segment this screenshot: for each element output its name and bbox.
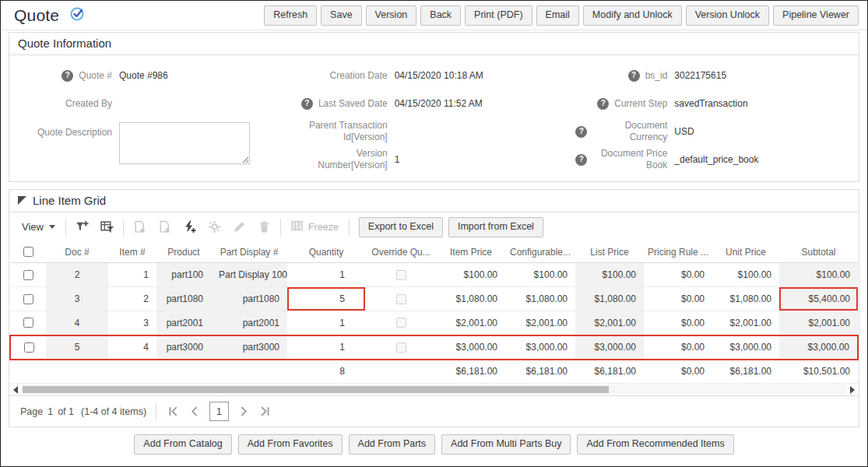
- quote-description-input[interactable]: [119, 122, 250, 164]
- cell-doc-number: 4: [46, 311, 108, 335]
- total-list-price: $6,181.00: [575, 360, 644, 384]
- col-subtotal[interactable]: Subtotal: [779, 242, 858, 263]
- select-all-checkbox[interactable]: [23, 247, 33, 257]
- export-to-excel-button[interactable]: Export to Excel: [359, 217, 443, 237]
- row-select-checkbox[interactable]: [23, 294, 33, 304]
- page-title: Quote: [14, 6, 59, 25]
- help-icon[interactable]: ?: [61, 70, 73, 82]
- scrollbar-track[interactable]: [21, 384, 847, 395]
- print-pdf-button[interactable]: Print (PDF): [465, 5, 532, 26]
- modify-and-unlock-button[interactable]: Modify and Unlock: [583, 5, 682, 26]
- import-from-excel-button[interactable]: Import from Excel: [448, 217, 543, 237]
- add-from-favorites-button[interactable]: Add From Favorites: [238, 434, 343, 455]
- cell-override-quantity[interactable]: [365, 263, 437, 287]
- col-product[interactable]: Product: [156, 242, 211, 263]
- help-icon[interactable]: ?: [575, 154, 587, 166]
- pipeline-viewer-button[interactable]: Pipeline Viewer: [773, 5, 859, 26]
- col-configurable[interactable]: Configurable...: [505, 242, 575, 263]
- cell-part-display: part1080: [211, 287, 287, 311]
- row-select-checkbox[interactable]: [23, 318, 33, 328]
- version-unlock-button[interactable]: Version Unlock: [686, 5, 769, 26]
- last-page-icon[interactable]: [258, 405, 272, 418]
- col-override-quantity[interactable]: Override Qu...: [365, 242, 437, 263]
- col-unit-price[interactable]: Unit Price: [712, 242, 779, 263]
- help-icon[interactable]: ?: [575, 126, 587, 138]
- help-icon[interactable]: ?: [301, 98, 313, 110]
- total-subtotal: $10,501.00: [779, 360, 858, 384]
- current-page-text: 1: [47, 406, 53, 417]
- refresh-button[interactable]: Refresh: [264, 5, 317, 26]
- add-from-multi-parts-buy-button[interactable]: Add From Multi Parts Buy: [441, 434, 571, 455]
- cell-item-price: $100.00: [437, 263, 505, 287]
- help-icon[interactable]: ?: [628, 70, 640, 82]
- cell-doc-number: 3: [46, 287, 108, 311]
- scroll-right-icon[interactable]: [847, 386, 858, 394]
- cell-list-price: $2,001.00: [575, 311, 644, 335]
- total-item-price: $6,181.00: [437, 360, 505, 384]
- cell-item-number: 3: [108, 311, 156, 335]
- view-dropdown[interactable]: View: [19, 219, 58, 234]
- row-select-checkbox[interactable]: [24, 342, 34, 353]
- cell-override-quantity[interactable]: [365, 335, 437, 360]
- col-pricing-rule[interactable]: Pricing Rule ...: [644, 242, 712, 263]
- row-select-checkbox[interactable]: [23, 270, 33, 280]
- cell-list-price: $3,000.00: [575, 335, 644, 360]
- add-from-recommended-items-button[interactable]: Add From Recommended Items: [577, 434, 733, 455]
- cell-list-price: $1,080.00: [575, 287, 644, 311]
- back-button[interactable]: Back: [420, 5, 461, 26]
- verified-check-icon: [69, 5, 86, 26]
- email-button[interactable]: Email: [536, 5, 579, 26]
- cell-unit-price: $2,001.00: [712, 311, 779, 335]
- add-from-catalog-button[interactable]: Add From Catalog: [134, 434, 231, 455]
- override-quantity-checkbox[interactable]: [396, 294, 406, 304]
- cell-quantity[interactable]: 1: [287, 263, 365, 287]
- previous-page-icon[interactable]: [188, 405, 202, 418]
- cell-quantity-highlighted[interactable]: 5: [287, 287, 365, 311]
- next-page-icon[interactable]: [236, 405, 251, 418]
- filter-add-icon[interactable]: [73, 219, 91, 235]
- field-current-step: ?Current Step savedTransaction: [575, 90, 859, 118]
- version-button[interactable]: Version: [366, 5, 417, 26]
- cell-override-quantity[interactable]: [365, 311, 437, 335]
- quote-info-column-3: ?bs_id 3022175615 ?Current Step savedTra…: [575, 61, 859, 174]
- quote-page: Quote Refresh Save Version Back Print (P…: [0, 0, 868, 467]
- table-row: 4 3 part2001 part2001 1 $2,001.00 $2,001…: [10, 311, 858, 335]
- page-number-input[interactable]: [209, 402, 229, 421]
- col-quantity[interactable]: Quantity: [287, 242, 365, 263]
- edit-pencil-icon: [230, 219, 248, 235]
- cell-product: part2001: [156, 311, 211, 335]
- settings-gear-icon: [206, 219, 223, 235]
- line-item-table: Doc # Item # Product Part Display # Quan…: [9, 242, 859, 384]
- cell-quantity[interactable]: 1: [287, 335, 365, 360]
- scroll-left-icon[interactable]: [10, 386, 21, 394]
- cell-product: part100: [156, 263, 211, 287]
- first-page-icon[interactable]: [166, 405, 181, 418]
- reconfigure-icon[interactable]: [181, 219, 199, 235]
- col-item-price[interactable]: Item Price: [437, 242, 505, 263]
- filter-grid-icon[interactable]: [98, 219, 116, 235]
- scrollbar-thumb[interactable]: [23, 386, 609, 393]
- of-label: of 1: [58, 406, 74, 417]
- help-icon[interactable]: ?: [597, 98, 609, 110]
- col-doc-number[interactable]: Doc #: [46, 242, 108, 263]
- override-quantity-checkbox[interactable]: [396, 270, 406, 280]
- document-price-book-value: _default_price_book: [674, 154, 758, 165]
- cell-item-price: $1,080.00: [437, 287, 505, 311]
- horizontal-scrollbar[interactable]: [10, 384, 858, 395]
- top-bar: Quote Refresh Save Version Back Print (P…: [1, 1, 867, 30]
- cell-override-quantity[interactable]: [365, 287, 437, 311]
- cell-pricing-rule: $0.00: [644, 335, 712, 360]
- line-item-grid-title-bar[interactable]: Line Item Grid: [9, 190, 859, 212]
- col-part-display[interactable]: Part Display #: [211, 242, 287, 263]
- override-quantity-checkbox[interactable]: [396, 318, 406, 328]
- cell-item-price: $3,000.00: [437, 335, 505, 360]
- cell-configurable: $3,000.00: [505, 335, 575, 360]
- col-item-number[interactable]: Item #: [108, 242, 156, 263]
- cell-list-price: $100.00: [575, 263, 644, 287]
- cell-quantity[interactable]: 1: [287, 311, 365, 335]
- override-quantity-checkbox[interactable]: [396, 342, 406, 353]
- table-row-highlighted: 5 4 part3000 part3000 1 $3,000.00 $3,000…: [10, 335, 858, 360]
- col-list-price[interactable]: List Price: [575, 242, 644, 263]
- add-from-parts-button[interactable]: Add From Parts: [349, 434, 436, 455]
- save-button[interactable]: Save: [321, 5, 362, 26]
